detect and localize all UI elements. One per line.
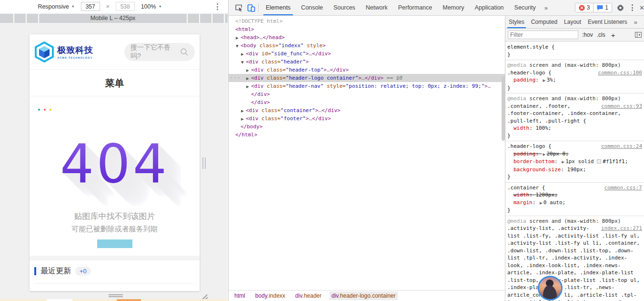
dom-tree-row[interactable]: </body> [229, 123, 505, 131]
expand-arrow-icon[interactable]: ▶ [542, 77, 547, 84]
css-property[interactable]: background-size: 190px; [507, 166, 642, 174]
more-tabs-icon[interactable]: » [541, 4, 551, 11]
viewport-width-input[interactable] [81, 2, 100, 11]
stylesheet-link[interactable]: common.css:24 [601, 143, 642, 150]
breadcrumb-body[interactable]: body.indexx [253, 291, 287, 300]
dom-tree-row[interactable]: ▶<div class="footer">…</div> [229, 114, 505, 123]
breadcrumb-header-logo[interactable]: div.header-logo.container [330, 291, 398, 300]
expand-arrow-icon[interactable]: ▶ [542, 151, 547, 158]
ruler-segment[interactable] [225, 14, 228, 23]
dom-tree-row[interactable]: <!DOCTYPE html> [229, 17, 505, 25]
dom-tree-row[interactable]: </div> [229, 90, 505, 98]
expand-arrow-icon[interactable]: ▶ [539, 199, 543, 207]
more-sidebar-tabs-icon[interactable]: » [631, 19, 641, 26]
css-selector[interactable]: .header-logo { [507, 143, 552, 149]
settings-gear-icon[interactable] [617, 4, 624, 11]
tab-layout[interactable]: Layout [561, 16, 584, 29]
elements-scrollbar[interactable] [502, 17, 505, 284]
new-style-rule-button[interactable]: + [611, 31, 615, 39]
tab-styles[interactable]: Styles [505, 16, 528, 29]
tab-sources[interactable]: Sources [328, 0, 361, 16]
devtools-options-icon[interactable] [629, 4, 635, 11]
expand-arrow-icon[interactable]: ▶ [241, 50, 246, 58]
breadcrumb-html[interactable]: html [232, 291, 247, 300]
expand-arrow-icon[interactable]: ▶ [241, 115, 246, 123]
tab-network[interactable]: Network [361, 0, 393, 16]
style-rule[interactable]: @media screen and (max-width: 800px)comm… [505, 60, 644, 93]
message-count-badge[interactable]: 1 [593, 3, 612, 12]
tab-performance[interactable]: Performance [393, 0, 438, 16]
dom-tree-row[interactable]: ···▶<div class="header-logo container">…… [229, 74, 505, 82]
avatar[interactable] [538, 276, 563, 301]
css-property[interactable]: padding: ▶20px 0; [507, 150, 642, 158]
toggle-device-toolbar-icon[interactable] [245, 1, 257, 14]
css-property[interactable]: margin: ▶0 auto; [507, 199, 642, 207]
inspect-element-icon[interactable] [232, 1, 245, 14]
tab-console[interactable]: Console [296, 0, 328, 16]
ruler-segment[interactable] [14, 14, 26, 23]
dom-tree-row[interactable]: <html> [229, 25, 505, 33]
tab-security[interactable]: Security [509, 0, 541, 16]
css-selector[interactable]: .container { [507, 185, 545, 191]
expand-arrow-icon[interactable]: ▶ [561, 158, 565, 166]
stylesheet-link[interactable]: common.css:100 [598, 69, 642, 77]
dom-tree-row[interactable]: </html> [229, 131, 505, 139]
site-logo[interactable]: 极致科技 ACME TECHNOLOGY [34, 42, 93, 62]
style-rule[interactable]: common.css:7.container {width: 1200px;ma… [505, 183, 644, 216]
expand-arrow-icon[interactable]: ▶ [246, 66, 251, 74]
dom-tree-row[interactable]: ▶<head>…</head> [229, 33, 505, 42]
stylesheet-link[interactable]: index.css:271 [601, 225, 642, 232]
css-property[interactable]: width: 100%; [507, 125, 642, 132]
css-property[interactable]: padding: ▶3%; [507, 76, 642, 84]
search-icon[interactable] [180, 48, 189, 56]
css-selector[interactable]: .activity-list, .activity-list .list-fy,… [507, 225, 640, 301]
expand-arrow-icon[interactable]: ▶ [241, 107, 246, 115]
error-action-button[interactable] [97, 239, 132, 248]
class-toggle[interactable]: .cls [597, 31, 605, 38]
css-selector[interactable]: element.style { [507, 44, 554, 50]
expand-arrow-icon[interactable]: ▶ [246, 74, 251, 83]
device-type-dropdown[interactable]: Responsive ▼ [38, 3, 74, 10]
style-rule[interactable]: @media screen and (max-width: 800px)inde… [505, 216, 644, 301]
device-size-ruler[interactable]: Mobile L – 425px [0, 14, 228, 23]
device-toolbar-options-icon[interactable] [214, 2, 221, 11]
color-swatch[interactable] [597, 159, 601, 164]
tab-computed[interactable]: Computed [528, 16, 561, 29]
viewport-height-input[interactable] [116, 2, 135, 11]
styles-filter-input[interactable] [508, 31, 578, 39]
css-selector[interactable]: .header-logo { [507, 70, 552, 76]
dom-tree-row[interactable]: ▶<div class="header-top">…</div> [229, 66, 505, 74]
dom-tree-row[interactable]: ▶<div id="side_func">…</div> [229, 50, 505, 58]
ruler-segment[interactable] [0, 14, 13, 23]
tab-event-listeners[interactable]: Event Listeners [584, 16, 631, 29]
stylesheet-link[interactable]: common.css:7 [604, 184, 642, 192]
style-rule[interactable]: @media screen and (max-width: 800px)comm… [505, 93, 644, 141]
ruler-preset-label[interactable]: Mobile L – 425px [39, 14, 187, 23]
viewport-resize-handle-bottom[interactable] [109, 294, 123, 297]
expand-arrow-icon[interactable]: ▶ [246, 83, 251, 91]
dom-tree-row[interactable]: ▶<div class="container">…</div> [229, 106, 505, 114]
stylesheet-link[interactable]: common.css:93 [601, 103, 642, 110]
scrollbar-thumb[interactable] [502, 76, 505, 141]
dom-tree-row[interactable]: ▶<div class="header-nav" style="position… [229, 82, 505, 90]
css-property[interactable]: border-bottom: ▶1px solid #f1f1f1; [507, 158, 642, 166]
dom-tree-row[interactable]: ▼<div class="header"> [229, 58, 505, 66]
ruler-segment[interactable] [188, 14, 199, 23]
expand-arrow-icon[interactable]: ▼ [236, 42, 241, 50]
error-count-badge[interactable]: 3 [575, 3, 594, 12]
expand-arrow-icon[interactable]: ▶ [236, 34, 241, 42]
pseudo-state-toggle[interactable]: :hov [582, 31, 593, 38]
search-input[interactable]: 搜一下它不香吗? [124, 43, 195, 61]
zoom-dropdown[interactable]: 100% ▼ [141, 3, 162, 10]
viewport-resize-handle-right[interactable] [202, 157, 206, 169]
style-rule[interactable]: element.style {} [505, 42, 644, 60]
css-property[interactable]: width: 1200px; [507, 191, 642, 199]
ruler-segment[interactable] [212, 14, 224, 23]
dom-tree-row[interactable]: </div> [229, 98, 505, 106]
dom-tree-row[interactable]: ▼<body class="indexx" style> [229, 42, 505, 50]
tab-memory[interactable]: Memory [437, 0, 469, 16]
ruler-segment[interactable] [27, 14, 38, 23]
style-rule[interactable]: common.css:24.header-logo {padding: ▶20p… [505, 141, 644, 183]
tab-application[interactable]: Application [469, 0, 509, 16]
tab-elements[interactable]: Elements [261, 0, 296, 16]
